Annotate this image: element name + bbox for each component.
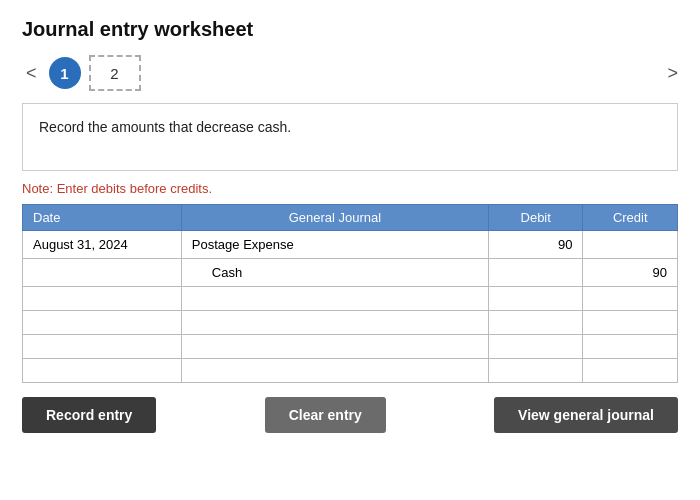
- row1-journal: Postage Expense: [181, 231, 488, 259]
- clear-entry-button[interactable]: Clear entry: [265, 397, 386, 433]
- tab-1[interactable]: 1: [49, 57, 81, 89]
- table-row: August 31, 2024 Postage Expense 90: [23, 231, 678, 259]
- table-row: [23, 359, 678, 383]
- row5-journal: [181, 335, 488, 359]
- row6-journal: [181, 359, 488, 383]
- row5-date: [23, 335, 182, 359]
- row3-credit: [583, 287, 678, 311]
- row4-date: [23, 311, 182, 335]
- journal-table: Date General Journal Debit Credit August…: [22, 204, 678, 383]
- view-general-journal-button[interactable]: View general journal: [494, 397, 678, 433]
- instruction-box: Record the amounts that decrease cash.: [22, 103, 678, 171]
- row5-credit: [583, 335, 678, 359]
- row2-credit: 90: [583, 259, 678, 287]
- row6-credit: [583, 359, 678, 383]
- row4-debit: [488, 311, 582, 335]
- buttons-row: Record entry Clear entry View general jo…: [22, 397, 678, 433]
- record-entry-button[interactable]: Record entry: [22, 397, 156, 433]
- header-credit: Credit: [583, 205, 678, 231]
- row6-debit: [488, 359, 582, 383]
- row6-date: [23, 359, 182, 383]
- row3-debit: [488, 287, 582, 311]
- table-row: Cash 90: [23, 259, 678, 287]
- table-row: [23, 311, 678, 335]
- row3-journal: [181, 287, 488, 311]
- right-arrow[interactable]: >: [667, 63, 678, 84]
- header-debit: Debit: [488, 205, 582, 231]
- nav-row: < 1 2 >: [22, 55, 678, 91]
- row4-credit: [583, 311, 678, 335]
- row1-credit: [583, 231, 678, 259]
- table-row: [23, 287, 678, 311]
- note-text: Note: Enter debits before credits.: [22, 181, 678, 196]
- tab-2[interactable]: 2: [89, 55, 141, 91]
- row1-date: August 31, 2024: [23, 231, 182, 259]
- row3-date: [23, 287, 182, 311]
- header-date: Date: [23, 205, 182, 231]
- row5-debit: [488, 335, 582, 359]
- instruction-text: Record the amounts that decrease cash.: [39, 119, 291, 135]
- row2-debit: [488, 259, 582, 287]
- row2-journal: Cash: [181, 259, 488, 287]
- row1-debit: 90: [488, 231, 582, 259]
- table-row: [23, 335, 678, 359]
- row2-date: [23, 259, 182, 287]
- page-title: Journal entry worksheet: [22, 18, 678, 41]
- left-arrow[interactable]: <: [22, 63, 41, 84]
- header-general-journal: General Journal: [181, 205, 488, 231]
- row4-journal: [181, 311, 488, 335]
